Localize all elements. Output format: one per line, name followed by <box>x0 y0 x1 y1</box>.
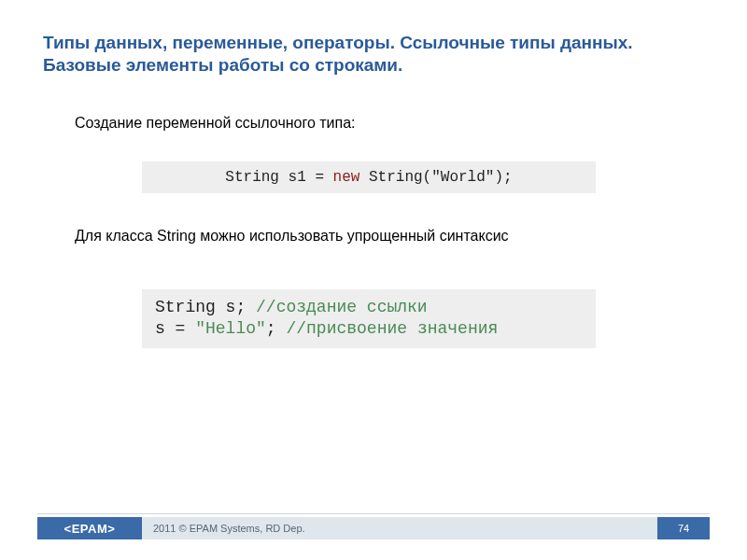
code-after: String("World"); <box>359 169 512 186</box>
footer: <EPAM> 2011 © EPAM Systems, RD Dep. 74 <box>37 517 710 539</box>
footer-divider <box>37 513 710 514</box>
code-line2-b: ; <box>266 319 287 338</box>
page-number: 74 <box>657 517 710 539</box>
code-line2-a: s = <box>155 319 195 338</box>
code-before: String s1 = <box>225 169 332 186</box>
code-line2-comment: //присвоение значения <box>286 319 498 338</box>
logo-epam: <EPAM> <box>37 517 142 539</box>
slide-title: Типы данных, переменные, операторы. Ссыл… <box>43 32 704 77</box>
code-block-2: String s; //создание ссылки s = "Hello";… <box>142 289 596 348</box>
slide: Типы данных, переменные, операторы. Ссыл… <box>0 0 747 560</box>
code-line1-code: String s; <box>155 298 256 316</box>
copyright-text: 2011 © EPAM Systems, RD Dep. <box>142 517 657 539</box>
code-line2-string: "Hello" <box>195 319 266 338</box>
keyword-new: new <box>333 169 360 186</box>
code-line-2: s = "Hello"; //присвоение значения <box>155 318 583 340</box>
code-text: String s1 = new String("World"); <box>225 169 512 186</box>
code-line-1: String s; //создание ссылки <box>155 297 583 318</box>
subtext: Для класса String можно использовать упр… <box>75 228 509 245</box>
intro-text: Создание переменной ссылочного типа: <box>75 115 356 132</box>
code-line1-comment: //создание ссылки <box>256 298 428 316</box>
code-block-1: String s1 = new String("World"); <box>142 161 596 193</box>
